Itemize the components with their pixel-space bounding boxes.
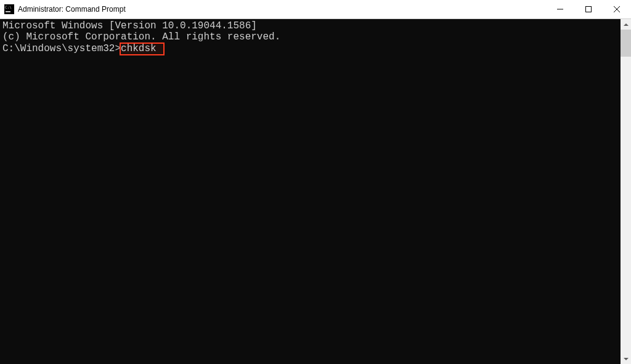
highlighted-command: chkdsk [120, 42, 165, 55]
terminal-prompt: C:\Windows\system32> [2, 43, 121, 54]
close-button[interactable] [603, 0, 631, 18]
titlebar: Administrator: Command Prompt [0, 0, 631, 19]
terminal-line-copyright: (c) Microsoft Corporation. All rights re… [2, 31, 621, 42]
scroll-down-arrow-icon[interactable] [621, 354, 631, 364]
terminal-line-version: Microsoft Windows [Version 10.0.19044.15… [2, 20, 621, 31]
maximize-button[interactable] [574, 0, 603, 18]
window-controls [546, 0, 631, 18]
minimize-button[interactable] [546, 0, 574, 18]
window-title: Administrator: Command Prompt [18, 5, 546, 14]
content-area: Microsoft Windows [Version 10.0.19044.15… [0, 19, 631, 364]
scroll-thumb[interactable] [621, 30, 631, 57]
svg-rect-1 [586, 7, 592, 12]
terminal-prompt-line: C:\Windows\system32>chkdsk [2, 42, 621, 55]
cmd-icon [4, 4, 14, 14]
terminal-output[interactable]: Microsoft Windows [Version 10.0.19044.15… [0, 19, 621, 364]
scroll-track[interactable] [621, 30, 631, 354]
vertical-scrollbar[interactable] [621, 19, 631, 364]
scroll-up-arrow-icon[interactable] [621, 19, 631, 30]
